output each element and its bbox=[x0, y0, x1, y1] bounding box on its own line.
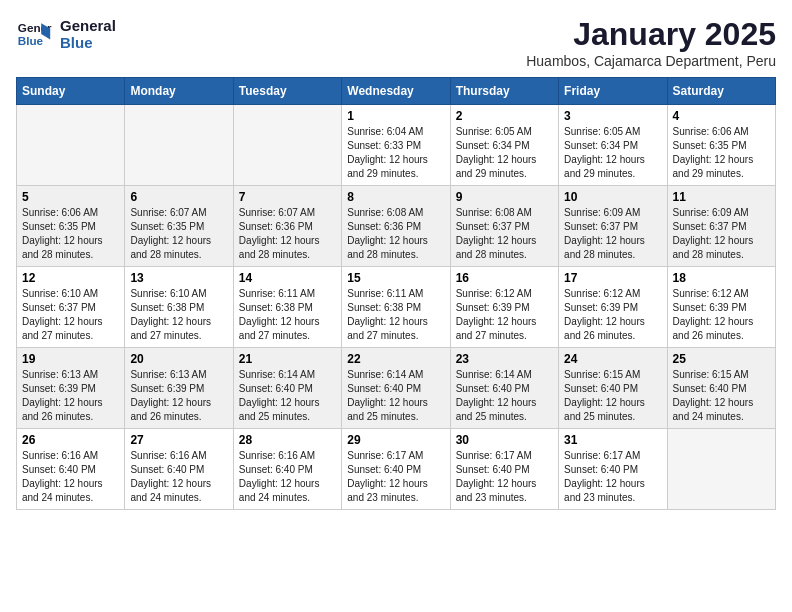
day-number: 15 bbox=[347, 271, 444, 285]
day-info: Sunrise: 6:08 AM Sunset: 6:37 PM Dayligh… bbox=[456, 206, 553, 262]
calendar-cell: 7Sunrise: 6:07 AM Sunset: 6:36 PM Daylig… bbox=[233, 186, 341, 267]
month-title: January 2025 bbox=[526, 16, 776, 53]
calendar-cell bbox=[125, 105, 233, 186]
calendar-week-row: 19Sunrise: 6:13 AM Sunset: 6:39 PM Dayli… bbox=[17, 348, 776, 429]
day-info: Sunrise: 6:17 AM Sunset: 6:40 PM Dayligh… bbox=[456, 449, 553, 505]
weekday-header-wednesday: Wednesday bbox=[342, 78, 450, 105]
day-number: 16 bbox=[456, 271, 553, 285]
calendar-cell: 28Sunrise: 6:16 AM Sunset: 6:40 PM Dayli… bbox=[233, 429, 341, 510]
day-info: Sunrise: 6:12 AM Sunset: 6:39 PM Dayligh… bbox=[456, 287, 553, 343]
day-info: Sunrise: 6:12 AM Sunset: 6:39 PM Dayligh… bbox=[564, 287, 661, 343]
calendar-cell: 5Sunrise: 6:06 AM Sunset: 6:35 PM Daylig… bbox=[17, 186, 125, 267]
calendar-cell bbox=[667, 429, 775, 510]
day-number: 9 bbox=[456, 190, 553, 204]
day-number: 12 bbox=[22, 271, 119, 285]
day-number: 10 bbox=[564, 190, 661, 204]
weekday-header-sunday: Sunday bbox=[17, 78, 125, 105]
day-info: Sunrise: 6:07 AM Sunset: 6:36 PM Dayligh… bbox=[239, 206, 336, 262]
logo: General Blue General Blue bbox=[16, 16, 116, 52]
calendar-cell: 15Sunrise: 6:11 AM Sunset: 6:38 PM Dayli… bbox=[342, 267, 450, 348]
day-number: 4 bbox=[673, 109, 770, 123]
day-number: 7 bbox=[239, 190, 336, 204]
day-info: Sunrise: 6:10 AM Sunset: 6:38 PM Dayligh… bbox=[130, 287, 227, 343]
day-info: Sunrise: 6:14 AM Sunset: 6:40 PM Dayligh… bbox=[347, 368, 444, 424]
day-info: Sunrise: 6:05 AM Sunset: 6:34 PM Dayligh… bbox=[564, 125, 661, 181]
day-info: Sunrise: 6:14 AM Sunset: 6:40 PM Dayligh… bbox=[239, 368, 336, 424]
calendar-cell: 22Sunrise: 6:14 AM Sunset: 6:40 PM Dayli… bbox=[342, 348, 450, 429]
day-number: 24 bbox=[564, 352, 661, 366]
title-block: January 2025 Huambos, Cajamarca Departme… bbox=[526, 16, 776, 69]
day-number: 8 bbox=[347, 190, 444, 204]
day-info: Sunrise: 6:15 AM Sunset: 6:40 PM Dayligh… bbox=[673, 368, 770, 424]
day-info: Sunrise: 6:09 AM Sunset: 6:37 PM Dayligh… bbox=[673, 206, 770, 262]
calendar-week-row: 12Sunrise: 6:10 AM Sunset: 6:37 PM Dayli… bbox=[17, 267, 776, 348]
day-number: 1 bbox=[347, 109, 444, 123]
day-info: Sunrise: 6:10 AM Sunset: 6:37 PM Dayligh… bbox=[22, 287, 119, 343]
day-number: 13 bbox=[130, 271, 227, 285]
day-info: Sunrise: 6:14 AM Sunset: 6:40 PM Dayligh… bbox=[456, 368, 553, 424]
day-info: Sunrise: 6:13 AM Sunset: 6:39 PM Dayligh… bbox=[130, 368, 227, 424]
day-number: 20 bbox=[130, 352, 227, 366]
calendar-cell: 16Sunrise: 6:12 AM Sunset: 6:39 PM Dayli… bbox=[450, 267, 558, 348]
calendar-cell: 3Sunrise: 6:05 AM Sunset: 6:34 PM Daylig… bbox=[559, 105, 667, 186]
weekday-header-tuesday: Tuesday bbox=[233, 78, 341, 105]
calendar-cell: 13Sunrise: 6:10 AM Sunset: 6:38 PM Dayli… bbox=[125, 267, 233, 348]
day-info: Sunrise: 6:16 AM Sunset: 6:40 PM Dayligh… bbox=[22, 449, 119, 505]
day-number: 30 bbox=[456, 433, 553, 447]
day-number: 28 bbox=[239, 433, 336, 447]
day-info: Sunrise: 6:17 AM Sunset: 6:40 PM Dayligh… bbox=[347, 449, 444, 505]
day-info: Sunrise: 6:16 AM Sunset: 6:40 PM Dayligh… bbox=[130, 449, 227, 505]
day-info: Sunrise: 6:08 AM Sunset: 6:36 PM Dayligh… bbox=[347, 206, 444, 262]
day-number: 11 bbox=[673, 190, 770, 204]
calendar-cell: 20Sunrise: 6:13 AM Sunset: 6:39 PM Dayli… bbox=[125, 348, 233, 429]
day-info: Sunrise: 6:11 AM Sunset: 6:38 PM Dayligh… bbox=[347, 287, 444, 343]
calendar-cell bbox=[17, 105, 125, 186]
day-number: 31 bbox=[564, 433, 661, 447]
day-info: Sunrise: 6:05 AM Sunset: 6:34 PM Dayligh… bbox=[456, 125, 553, 181]
calendar-cell: 24Sunrise: 6:15 AM Sunset: 6:40 PM Dayli… bbox=[559, 348, 667, 429]
day-info: Sunrise: 6:15 AM Sunset: 6:40 PM Dayligh… bbox=[564, 368, 661, 424]
day-number: 14 bbox=[239, 271, 336, 285]
calendar-cell: 31Sunrise: 6:17 AM Sunset: 6:40 PM Dayli… bbox=[559, 429, 667, 510]
day-number: 17 bbox=[564, 271, 661, 285]
calendar-cell: 23Sunrise: 6:14 AM Sunset: 6:40 PM Dayli… bbox=[450, 348, 558, 429]
calendar-cell: 1Sunrise: 6:04 AM Sunset: 6:33 PM Daylig… bbox=[342, 105, 450, 186]
calendar-cell: 25Sunrise: 6:15 AM Sunset: 6:40 PM Dayli… bbox=[667, 348, 775, 429]
weekday-header-thursday: Thursday bbox=[450, 78, 558, 105]
calendar-cell: 21Sunrise: 6:14 AM Sunset: 6:40 PM Dayli… bbox=[233, 348, 341, 429]
day-number: 21 bbox=[239, 352, 336, 366]
day-number: 3 bbox=[564, 109, 661, 123]
calendar-week-row: 1Sunrise: 6:04 AM Sunset: 6:33 PM Daylig… bbox=[17, 105, 776, 186]
calendar-cell: 6Sunrise: 6:07 AM Sunset: 6:35 PM Daylig… bbox=[125, 186, 233, 267]
day-number: 18 bbox=[673, 271, 770, 285]
calendar-cell: 18Sunrise: 6:12 AM Sunset: 6:39 PM Dayli… bbox=[667, 267, 775, 348]
day-info: Sunrise: 6:04 AM Sunset: 6:33 PM Dayligh… bbox=[347, 125, 444, 181]
weekday-header-saturday: Saturday bbox=[667, 78, 775, 105]
calendar-cell: 30Sunrise: 6:17 AM Sunset: 6:40 PM Dayli… bbox=[450, 429, 558, 510]
day-number: 27 bbox=[130, 433, 227, 447]
calendar-cell: 29Sunrise: 6:17 AM Sunset: 6:40 PM Dayli… bbox=[342, 429, 450, 510]
day-info: Sunrise: 6:13 AM Sunset: 6:39 PM Dayligh… bbox=[22, 368, 119, 424]
day-info: Sunrise: 6:17 AM Sunset: 6:40 PM Dayligh… bbox=[564, 449, 661, 505]
calendar-cell: 8Sunrise: 6:08 AM Sunset: 6:36 PM Daylig… bbox=[342, 186, 450, 267]
day-number: 19 bbox=[22, 352, 119, 366]
day-info: Sunrise: 6:11 AM Sunset: 6:38 PM Dayligh… bbox=[239, 287, 336, 343]
calendar-week-row: 5Sunrise: 6:06 AM Sunset: 6:35 PM Daylig… bbox=[17, 186, 776, 267]
day-number: 2 bbox=[456, 109, 553, 123]
svg-text:Blue: Blue bbox=[18, 34, 44, 47]
day-info: Sunrise: 6:12 AM Sunset: 6:39 PM Dayligh… bbox=[673, 287, 770, 343]
calendar-cell: 19Sunrise: 6:13 AM Sunset: 6:39 PM Dayli… bbox=[17, 348, 125, 429]
day-number: 26 bbox=[22, 433, 119, 447]
weekday-header-row: SundayMondayTuesdayWednesdayThursdayFrid… bbox=[17, 78, 776, 105]
weekday-header-monday: Monday bbox=[125, 78, 233, 105]
page-header: General Blue General Blue January 2025 H… bbox=[16, 16, 776, 69]
day-number: 22 bbox=[347, 352, 444, 366]
calendar-cell: 26Sunrise: 6:16 AM Sunset: 6:40 PM Dayli… bbox=[17, 429, 125, 510]
day-info: Sunrise: 6:06 AM Sunset: 6:35 PM Dayligh… bbox=[22, 206, 119, 262]
day-info: Sunrise: 6:07 AM Sunset: 6:35 PM Dayligh… bbox=[130, 206, 227, 262]
calendar-cell bbox=[233, 105, 341, 186]
calendar-cell: 9Sunrise: 6:08 AM Sunset: 6:37 PM Daylig… bbox=[450, 186, 558, 267]
calendar-cell: 4Sunrise: 6:06 AM Sunset: 6:35 PM Daylig… bbox=[667, 105, 775, 186]
calendar-week-row: 26Sunrise: 6:16 AM Sunset: 6:40 PM Dayli… bbox=[17, 429, 776, 510]
weekday-header-friday: Friday bbox=[559, 78, 667, 105]
